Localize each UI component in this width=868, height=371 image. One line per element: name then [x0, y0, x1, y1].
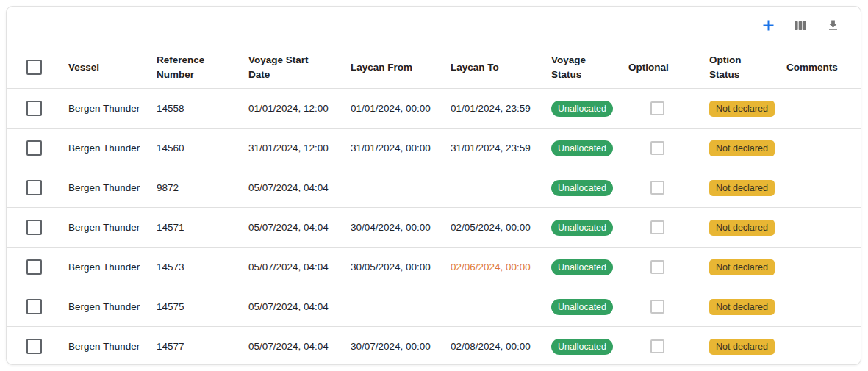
laycan-to-value: 31/01/2024, 23:59 [451, 143, 531, 154]
optional-checkbox [650, 260, 664, 274]
column-label: Laycan From [351, 60, 412, 75]
select-all-header [7, 46, 68, 89]
optional-checkbox [650, 141, 664, 155]
laycan_from-cell: 01/01/2024, 00:00 [351, 89, 451, 129]
option-status-badge: Not declared [709, 180, 775, 196]
reference_number-cell: 9872 [157, 168, 248, 208]
voyage_start_date-cell: 05/07/2024, 04:04 [248, 287, 351, 327]
voyage-start-date-value: 05/07/2024, 04:04 [248, 222, 329, 233]
reference-number-value: 14558 [157, 103, 184, 114]
laycan_to-cell: 31/01/2024, 23:59 [451, 129, 551, 168]
column-label: Option Status [709, 53, 747, 82]
voyage_start_date-cell: 05/07/2024, 04:04 [248, 208, 351, 248]
reference_number-cell: 14558 [157, 89, 248, 129]
reference_number-cell: 14573 [157, 248, 248, 287]
table-body: Bergen Thunder1455801/01/2024, 12:0001/0… [7, 89, 861, 366]
option_status-cell: Not declared [709, 89, 786, 129]
reference-number-value: 9872 [157, 182, 179, 193]
column-label: Vessel [68, 60, 99, 75]
optional-cell [628, 129, 709, 168]
laycan-from-value: 30/07/2024, 00:00 [351, 341, 431, 352]
select-cell [7, 327, 68, 366]
add-icon [761, 18, 775, 35]
vessel-value: Bergen Thunder [68, 182, 140, 193]
comments-cell [786, 208, 861, 248]
laycan_from-cell: 31/01/2024, 00:00 [351, 129, 451, 168]
column-label: Voyage Status [551, 53, 597, 82]
row-select-checkbox[interactable] [26, 101, 42, 116]
voyage-start-date-value: 01/01/2024, 12:00 [248, 103, 329, 114]
laycan-to-value: 01/01/2024, 23:59 [451, 103, 531, 114]
row-select-checkbox[interactable] [26, 180, 42, 195]
column-settings-button[interactable] [792, 18, 809, 35]
optional-checkbox [650, 300, 664, 314]
column-header-reference_number: Reference Number [157, 46, 248, 89]
table-row: Bergen Thunder987205/07/2024, 04:04Unall… [7, 168, 861, 208]
voyage-start-date-value: 31/01/2024, 12:00 [248, 143, 329, 154]
comments-cell [786, 248, 861, 287]
download-button[interactable] [824, 18, 842, 35]
voyage-status-badge: Unallocated [551, 180, 613, 196]
column-header-voyage_status: Voyage Status [551, 46, 628, 89]
reference_number-cell: 14577 [157, 327, 248, 366]
row-select-checkbox[interactable] [26, 220, 42, 235]
vessel-cell: Bergen Thunder [68, 208, 157, 248]
download-icon [826, 18, 840, 35]
row-select-checkbox[interactable] [26, 299, 42, 314]
column-header-laycan_to: Laycan To [451, 46, 551, 89]
voyage-status-badge: Unallocated [551, 101, 613, 117]
laycan-from-value: 31/01/2024, 00:00 [351, 143, 431, 154]
laycan_from-cell: 30/05/2024, 00:00 [351, 248, 451, 287]
laycan-to-value: 02/08/2024, 00:00 [451, 341, 531, 352]
reference-number-value: 14571 [157, 222, 184, 233]
reference-number-value: 14575 [157, 301, 184, 312]
option-status-badge: Not declared [709, 140, 775, 156]
row-select-checkbox[interactable] [26, 259, 42, 275]
row-select-checkbox[interactable] [26, 140, 42, 156]
laycan_from-cell: 30/07/2024, 00:00 [351, 327, 451, 366]
vessel-value: Bergen Thunder [68, 222, 140, 233]
option-status-badge: Not declared [709, 339, 775, 355]
vessel-cell: Bergen Thunder [68, 287, 157, 327]
voyage_status-cell: Unallocated [551, 248, 628, 287]
vessel-value: Bergen Thunder [68, 143, 140, 154]
voyage-status-badge: Unallocated [551, 299, 613, 315]
option-status-badge: Not declared [709, 101, 775, 117]
column-header-comments: Comments [786, 46, 861, 89]
voyage_status-cell: Unallocated [551, 208, 628, 248]
column-label: Laycan To [451, 60, 499, 75]
table-toolbar [7, 7, 861, 46]
option-status-badge: Not declared [709, 299, 775, 315]
select-cell [7, 208, 68, 248]
table-row: Bergen Thunder1456031/01/2024, 12:0031/0… [7, 129, 861, 168]
select-all-checkbox[interactable] [26, 60, 42, 75]
voyage_start_date-cell: 05/07/2024, 04:04 [248, 248, 351, 287]
column-label: Reference Number [157, 53, 215, 82]
add-button[interactable] [759, 18, 777, 35]
header-row: VesselReference NumberVoyage Start DateL… [7, 46, 861, 89]
voyage-start-date-value: 05/07/2024, 04:04 [248, 341, 329, 352]
row-select-checkbox[interactable] [26, 339, 42, 354]
option_status-cell: Not declared [709, 168, 786, 208]
select-cell [7, 248, 68, 287]
table-row: Bergen Thunder1457705/07/2024, 04:0430/0… [7, 327, 861, 366]
table-row: Bergen Thunder1455801/01/2024, 12:0001/0… [7, 89, 861, 129]
voyage-start-date-value: 05/07/2024, 04:04 [248, 301, 329, 312]
view-columns-icon [794, 19, 807, 35]
column-label: Voyage Start Date [248, 53, 318, 82]
voyage-status-badge: Unallocated [551, 140, 613, 156]
column-header-option_status: Option Status [709, 46, 786, 89]
reference_number-cell: 14571 [157, 208, 248, 248]
optional-cell [628, 248, 709, 287]
laycan_to-cell [451, 287, 551, 327]
optional-checkbox [650, 181, 664, 195]
column-header-voyage_start_date: Voyage Start Date [248, 46, 351, 89]
vessel-cell: Bergen Thunder [68, 327, 157, 366]
laycan_to-cell: 02/05/2024, 00:00 [451, 208, 551, 248]
vessel-cell: Bergen Thunder [68, 248, 157, 287]
voyage_start_date-cell: 31/01/2024, 12:00 [248, 129, 351, 168]
vessel-cell: Bergen Thunder [68, 89, 157, 129]
column-header-vessel: Vessel [68, 46, 157, 89]
laycan-from-value: 30/04/2024, 00:00 [351, 222, 431, 233]
voyage-start-date-value: 05/07/2024, 04:04 [248, 182, 329, 193]
